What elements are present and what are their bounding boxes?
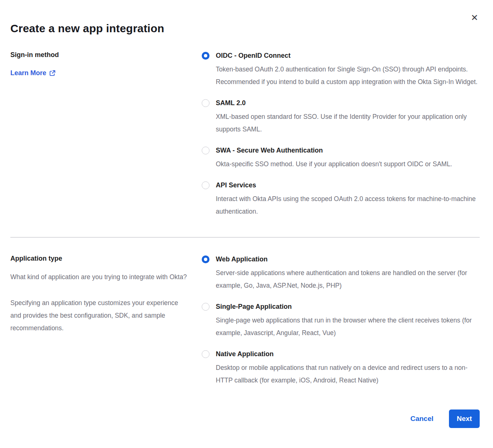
- radio-option-oidc-openid-connect[interactable]: OIDC - OpenID Connect Token-based OAuth …: [202, 51, 480, 88]
- radio-option-single-page-application[interactable]: Single-Page Application Single-page web …: [202, 302, 480, 339]
- radio-icon-swa-secure-web-authentication[interactable]: [202, 147, 209, 154]
- radio-option-description: Interact with Okta APIs using the scoped…: [216, 193, 479, 218]
- radio-option-description: Token-based OAuth 2.0 authentication for…: [216, 63, 479, 88]
- radio-option-web-application[interactable]: Web Application Server-side applications…: [202, 255, 480, 292]
- radio-option-saml-2-0[interactable]: SAML 2.0 XML-based open standard for SSO…: [202, 98, 480, 136]
- radio-option-label: Web Application: [216, 255, 479, 264]
- radio-option-swa-secure-web-authentication[interactable]: SWA - Secure Web Authentication Okta-spe…: [202, 146, 480, 170]
- section-divider: [10, 237, 480, 238]
- application-type-options: Web Application Server-side applications…: [202, 255, 480, 387]
- cancel-button[interactable]: Cancel: [410, 415, 433, 423]
- radio-option-description: Single-page web applications that run in…: [216, 314, 479, 339]
- radio-option-label: Single-Page Application: [216, 302, 479, 311]
- radio-option-label: API Services: [216, 181, 479, 190]
- radio-icon-saml-2-0[interactable]: [202, 99, 209, 107]
- radio-icon-single-page-application[interactable]: [202, 303, 209, 311]
- close-icon[interactable]: ✕: [469, 13, 480, 23]
- application-type-description-1: What kind of application are you trying …: [10, 271, 188, 283]
- signin-method-label: Sign-in method: [10, 51, 202, 59]
- learn-more-label: Learn More: [10, 69, 46, 77]
- application-type-section: Application type What kind of applicatio…: [10, 255, 480, 387]
- radio-option-description: XML-based open standard for SSO. Use if …: [216, 110, 479, 136]
- radio-option-label: SWA - Secure Web Authentication: [216, 146, 452, 155]
- next-button[interactable]: Next: [449, 409, 480, 428]
- radio-option-label: OIDC - OpenID Connect: [216, 51, 479, 60]
- radio-selected-icon-oidc-openid-connect[interactable]: [202, 52, 209, 60]
- create-app-integration-dialog: ✕ Create a new app integration Sign-in m…: [0, 0, 493, 445]
- signin-method-section: Sign-in method Learn More OIDC - OpenID …: [10, 51, 480, 218]
- radio-option-description: Okta-specific SSO method. Use if your ap…: [216, 158, 452, 170]
- radio-option-label: SAML 2.0: [216, 98, 479, 107]
- radio-option-native-application[interactable]: Native Application Desktop or mobile app…: [202, 350, 480, 387]
- radio-option-api-services[interactable]: API Services Interact with Okta APIs usi…: [202, 181, 480, 218]
- radio-option-label: Native Application: [216, 350, 479, 358]
- external-link-icon: [49, 70, 56, 76]
- radio-selected-icon-web-application[interactable]: [202, 255, 209, 263]
- application-type-description-2: Specifying an application type customize…: [10, 297, 188, 334]
- dialog-title: Create a new app integration: [10, 0, 480, 35]
- application-type-label: Application type: [10, 255, 202, 263]
- signin-method-left-column: Sign-in method Learn More: [10, 51, 202, 77]
- radio-option-description: Desktop or mobile applications that run …: [216, 361, 479, 387]
- radio-icon-native-application[interactable]: [202, 350, 209, 358]
- signin-method-options: OIDC - OpenID Connect Token-based OAuth …: [202, 51, 480, 218]
- dialog-footer: Cancel Next: [10, 409, 480, 445]
- radio-option-description: Server-side applications where authentic…: [216, 267, 479, 292]
- learn-more-link[interactable]: Learn More: [10, 69, 56, 77]
- application-type-left-column: Application type What kind of applicatio…: [10, 255, 202, 334]
- radio-icon-api-services[interactable]: [202, 181, 209, 189]
